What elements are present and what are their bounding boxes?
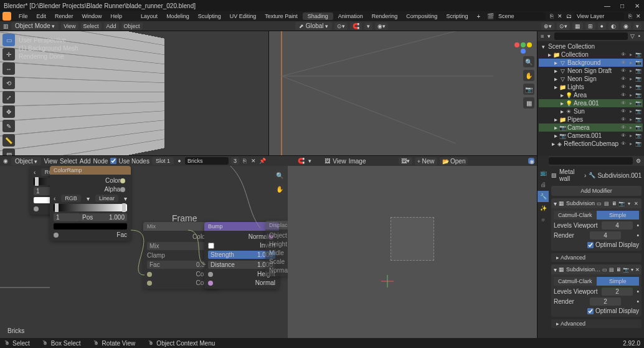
cr-index[interactable]: 1: [54, 213, 80, 221]
select-icon[interactable]: ▸: [628, 92, 634, 98]
tool-annotate[interactable]: ✎: [2, 120, 15, 132]
ptab-physics[interactable]: ⚛: [537, 215, 549, 226]
snap-options[interactable]: ▾: [364, 22, 372, 30]
vis-icon[interactable]: 👁: [620, 68, 627, 74]
tool-measure[interactable]: 📏: [2, 134, 15, 147]
cr-out-color[interactable]: Color: [105, 177, 120, 184]
tool-addcube[interactable]: ▧: [2, 148, 15, 155]
render-icon[interactable]: 📷: [635, 109, 642, 114]
window-close[interactable]: ✕: [634, 2, 640, 9]
menu-select[interactable]: Select: [81, 22, 102, 30]
tree-item[interactable]: ▸📁Collection👁▸📷: [539, 51, 643, 59]
mod-realtime-icon[interactable]: 🖥: [616, 266, 621, 273]
tree-item[interactable]: ▸▽Neon Sign Draft👁▸📷: [539, 67, 643, 75]
filter-icon[interactable]: ▽: [630, 33, 635, 39]
tree-item[interactable]: ▸📁Pipes👁▸📷: [539, 115, 643, 123]
menu-help[interactable]: Help: [107, 13, 126, 19]
camera-view-icon[interactable]: 📷: [523, 84, 534, 95]
ptab-output[interactable]: 🖨: [537, 179, 549, 190]
ne-select[interactable]: Select: [60, 158, 77, 165]
tree-item[interactable]: ▸◈ReflectionCubemap👁▸📷: [539, 140, 643, 148]
select-icon[interactable]: ▸: [628, 125, 634, 130]
mod-name[interactable]: Subdivision: [566, 200, 595, 206]
levels-render[interactable]: 2: [590, 297, 621, 306]
ne-snap-icon[interactable]: 🧲: [298, 158, 304, 164]
mod-extra-icon[interactable]: ▾: [631, 266, 633, 273]
cr-pos[interactable]: Pos1.000: [80, 213, 127, 221]
render-icon[interactable]: 📷: [635, 68, 642, 74]
ne-add[interactable]: Add: [80, 158, 91, 165]
img-new[interactable]: + New: [415, 157, 437, 165]
colorramp-title[interactable]: ColorRamp: [50, 166, 131, 175]
tool-cursor[interactable]: ✛: [2, 48, 15, 60]
render-icon[interactable]: 📷: [635, 125, 642, 130]
bump-invert[interactable]: [208, 243, 214, 249]
shader-type[interactable]: Object ▾: [11, 157, 41, 165]
tree-item[interactable]: ▸▽Background👁▸📷: [539, 59, 643, 67]
mod-delete-icon[interactable]: ✕: [633, 200, 639, 207]
vis-icon[interactable]: 👁: [620, 117, 627, 122]
render-icon[interactable]: 📷: [635, 84, 642, 90]
select-icon[interactable]: ▸: [628, 117, 634, 122]
mix-clamp[interactable]: Clamp: [147, 252, 165, 259]
optimal-display[interactable]: [587, 308, 594, 314]
tree-item[interactable]: ▸💡Area.001👁▸📷: [539, 99, 643, 107]
tab-sculpting[interactable]: Sculpting: [194, 13, 225, 19]
root-label[interactable]: Scene Collection: [548, 43, 595, 50]
optimal-display[interactable]: [587, 242, 594, 248]
mod-realtime-icon[interactable]: 🖥: [611, 200, 617, 207]
material-unlink-icon[interactable]: ✕: [250, 158, 257, 164]
tab-shading[interactable]: Shading: [303, 12, 333, 20]
scene-name[interactable]: [496, 12, 546, 20]
viewlayer-delete-icon[interactable]: ✕: [635, 13, 642, 19]
outliner-tree[interactable]: ▾Scene Collection ▸📁Collection👁▸📷▸▽Backg…: [537, 41, 644, 149]
levels-viewport[interactable]: 4: [602, 221, 633, 230]
render-icon[interactable]: 📷: [635, 76, 642, 82]
render-icon[interactable]: 📷: [635, 92, 642, 98]
ptab-render[interactable]: 📺: [537, 167, 549, 178]
tab-animation[interactable]: Animation: [334, 13, 367, 19]
outliner-search[interactable]: [554, 32, 628, 40]
tab-layout[interactable]: Layout: [137, 13, 161, 19]
shading-rendered[interactable]: ◉: [621, 22, 631, 30]
vis-icon[interactable]: 👁: [620, 100, 627, 106]
image-editor[interactable]: [288, 166, 537, 338]
shading-solid[interactable]: ●: [598, 22, 606, 30]
tab-texpaint[interactable]: Texture Paint: [261, 13, 301, 19]
viewlayer-name[interactable]: [574, 12, 624, 20]
ne-zoom-icon[interactable]: 🔍: [274, 170, 285, 181]
outliner-mode[interactable]: ▾: [547, 33, 551, 39]
tab-rendering[interactable]: Rendering: [368, 13, 402, 19]
window-maximize[interactable]: □: [619, 2, 625, 9]
mod-render-icon[interactable]: 📷: [618, 200, 625, 207]
menu-view[interactable]: View: [61, 22, 78, 30]
select-icon[interactable]: ▸: [628, 60, 634, 65]
crumb-obj[interactable]: Metal wall: [559, 168, 582, 182]
select-icon[interactable]: ▸: [628, 109, 634, 114]
viewlayer-new-icon[interactable]: ⎘: [627, 13, 633, 19]
select-icon[interactable]: ▸: [628, 84, 634, 90]
snap-toggle[interactable]: 🧲: [350, 22, 362, 30]
scene-delete-icon[interactable]: ✕: [557, 13, 563, 19]
overlays[interactable]: ⊙▾: [557, 22, 570, 30]
mod-name[interactable]: Subdivision…: [566, 266, 600, 273]
vis-icon[interactable]: 👁: [620, 125, 627, 130]
cr-color[interactable]: [54, 223, 127, 230]
tab-scripting[interactable]: Scripting: [442, 13, 471, 19]
tool-transform[interactable]: ✥: [2, 105, 15, 118]
viewport-3d-right[interactable]: 🔍 ✋ 📷 ▦: [268, 31, 537, 155]
select-icon[interactable]: ▸: [628, 133, 634, 138]
img-image[interactable]: Image: [349, 158, 366, 165]
mod-render-icon[interactable]: 📷: [623, 266, 629, 273]
material-new-icon[interactable]: ⎘: [242, 158, 248, 164]
cr-mode[interactable]: RGB: [61, 195, 81, 202]
material-users[interactable]: 3: [231, 157, 239, 165]
tool-select-box[interactable]: ▭: [2, 34, 15, 46]
advanced-section[interactable]: ▸ Advanced: [551, 253, 642, 262]
advanced-section[interactable]: ▸ Advanced: [551, 319, 642, 328]
simple-tab[interactable]: Simple: [597, 211, 640, 220]
nav-gizmo[interactable]: [514, 36, 532, 54]
pan-icon[interactable]: ✋: [523, 70, 534, 81]
tree-item[interactable]: ▸📷Camera👁▸📷: [539, 123, 643, 132]
tree-item[interactable]: ▸💡Area👁▸📷: [539, 91, 643, 99]
